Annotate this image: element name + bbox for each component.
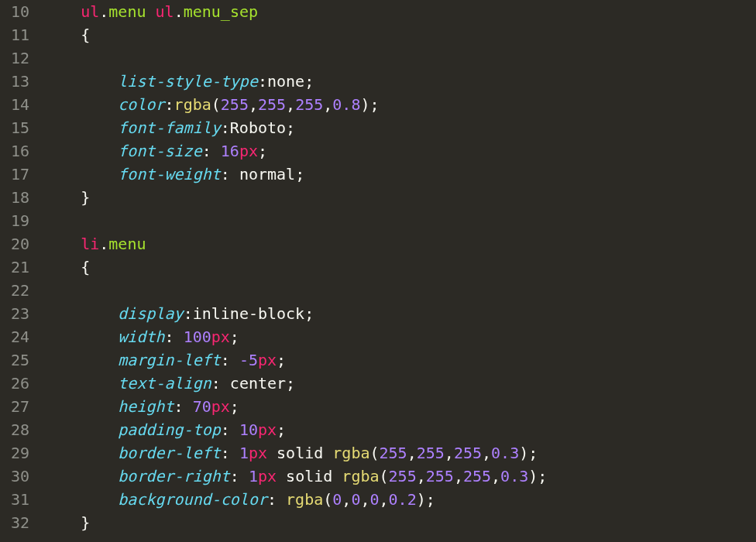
token-punct: ;: [528, 444, 538, 462]
code-line[interactable]: {: [43, 256, 756, 279]
token-num: 255: [380, 444, 407, 462]
token-num: 1: [239, 444, 249, 462]
code-line[interactable]: {: [43, 23, 756, 46]
token-punct: ;: [230, 328, 239, 346]
token-punct: :: [202, 142, 221, 160]
code-line[interactable]: list-style-type:none;: [43, 70, 756, 93]
code-line[interactable]: border-right: 1px solid rgba(255,255,255…: [43, 465, 756, 488]
line-number: 20: [0, 232, 29, 256]
code-line[interactable]: [43, 209, 756, 232]
code-line[interactable]: padding-top: 10px;: [43, 418, 756, 441]
token-prop: display: [118, 304, 183, 323]
token-unit: px: [249, 444, 267, 462]
code-editor[interactable]: 1011121314151617181920212223242526272829…: [0, 0, 756, 542]
token-num: 0.3: [500, 467, 528, 485]
token-num: 255: [389, 467, 417, 485]
token-punct: ,: [491, 467, 500, 485]
token-func: rgba: [286, 490, 323, 509]
token-class: menu: [108, 2, 146, 21]
code-line[interactable]: }: [43, 511, 756, 534]
line-number: 12: [0, 46, 29, 70]
token-punct: ,: [323, 95, 332, 114]
code-line[interactable]: font-size: 16px;: [43, 139, 756, 163]
token-punct: :: [267, 490, 286, 509]
token-num: 1: [249, 467, 258, 485]
token-punct: ,: [417, 467, 426, 485]
token-unit: px: [258, 467, 277, 485]
line-number: 32: [0, 511, 29, 534]
code-line[interactable]: border-left: 1px solid rgba(255,255,255,…: [43, 441, 756, 465]
line-number: 17: [0, 163, 29, 186]
token-unit: px: [258, 351, 277, 369]
token-tag: li: [81, 235, 99, 253]
token-punct: ,: [407, 444, 417, 462]
line-number: 18: [0, 186, 29, 209]
token-func: rgba: [174, 95, 211, 114]
code-line[interactable]: font-weight: normal;: [43, 163, 756, 186]
token-num: 70: [193, 397, 211, 416]
token-punct: ;: [304, 304, 314, 323]
token-punct: ): [519, 444, 528, 462]
token-punct: ): [417, 490, 426, 509]
code-line[interactable]: [43, 279, 756, 302]
token-num: 0.8: [332, 95, 360, 114]
code-line[interactable]: font-family:Roboto;: [43, 116, 756, 139]
token-prop: list-style-type: [118, 72, 258, 91]
code-line[interactable]: width: 100px;: [43, 325, 756, 348]
token-val: inline-block: [193, 304, 305, 323]
token-punct: ): [360, 95, 369, 114]
token-punct: :: [165, 95, 174, 114]
token-val: normal: [239, 165, 295, 184]
token-punct: .: [174, 2, 184, 21]
token-punct: ,: [342, 490, 351, 509]
code-line[interactable]: ul.menu ul.menu_sep: [43, 0, 756, 23]
line-number: 31: [0, 488, 29, 511]
code-line[interactable]: }: [43, 186, 756, 209]
token-punct: :: [165, 328, 184, 346]
token-prop: border-left: [118, 444, 220, 462]
token-punct: .: [99, 235, 108, 253]
line-number: 26: [0, 372, 29, 395]
line-number: 24: [0, 325, 29, 348]
token-val: solid: [277, 467, 342, 485]
token-punct: :: [221, 420, 239, 439]
token-num: 100: [184, 328, 211, 346]
line-number: 19: [0, 209, 29, 232]
token-punct: (: [380, 467, 389, 485]
code-line[interactable]: margin-left: -5px;: [43, 348, 756, 372]
code-line[interactable]: display:inline-block;: [43, 302, 756, 325]
code-line[interactable]: height: 70px;: [43, 395, 756, 418]
code-line[interactable]: background-color: rgba(0,0,0,0.2);: [43, 488, 756, 511]
token-punct: ,: [249, 95, 258, 114]
token-punct: .: [99, 2, 108, 21]
token-prop: height: [118, 397, 174, 416]
token-prop: border-right: [118, 467, 230, 485]
code-line[interactable]: [43, 46, 756, 70]
token-class: menu_sep: [184, 2, 258, 21]
token-prop: font-size: [118, 142, 201, 160]
token-punct: }: [81, 513, 90, 532]
line-number: 23: [0, 302, 29, 325]
token-num: 255: [463, 467, 491, 485]
token-prop: width: [118, 328, 164, 346]
code-line[interactable]: text-align: center;: [43, 372, 756, 395]
token-unit: px: [239, 142, 258, 160]
line-number: 27: [0, 395, 29, 418]
token-punct: ;: [258, 142, 267, 160]
token-func: rgba: [342, 467, 379, 485]
line-number: 10: [0, 0, 29, 23]
token-prop: font-weight: [118, 165, 220, 184]
token-punct: {: [81, 258, 90, 276]
code-area[interactable]: ul.menu ul.menu_sep { list-style-type:no…: [43, 0, 756, 542]
token-class: menu: [108, 235, 146, 253]
token-val: none: [267, 72, 304, 91]
code-line[interactable]: color:rgba(255,255,255,0.8);: [43, 93, 756, 116]
code-line[interactable]: li.menu: [43, 232, 756, 256]
line-number: 15: [0, 116, 29, 139]
line-number: 22: [0, 279, 29, 302]
token-punct: ;: [295, 165, 304, 184]
token-punct: ,: [360, 490, 369, 509]
token-punct: (: [323, 490, 332, 509]
token-num: 10: [239, 420, 258, 439]
token-prop: color: [118, 95, 164, 114]
